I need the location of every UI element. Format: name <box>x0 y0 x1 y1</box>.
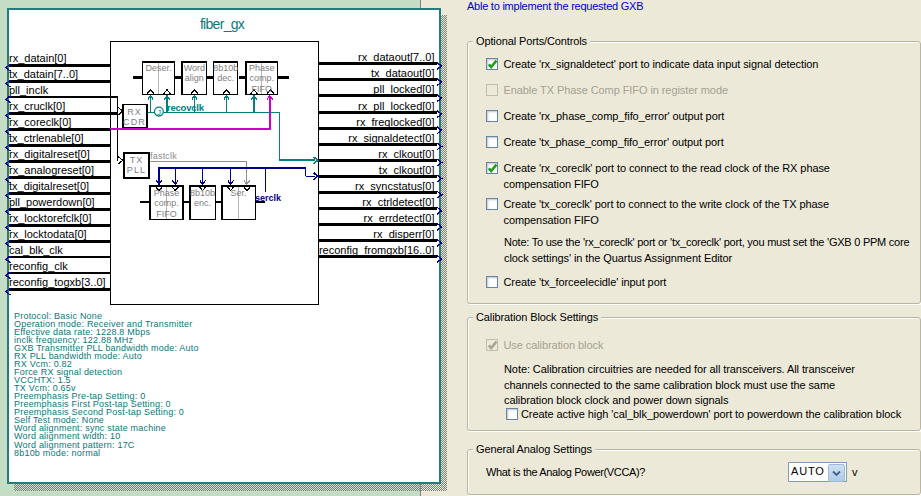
svg-text:J: J <box>157 108 161 117</box>
